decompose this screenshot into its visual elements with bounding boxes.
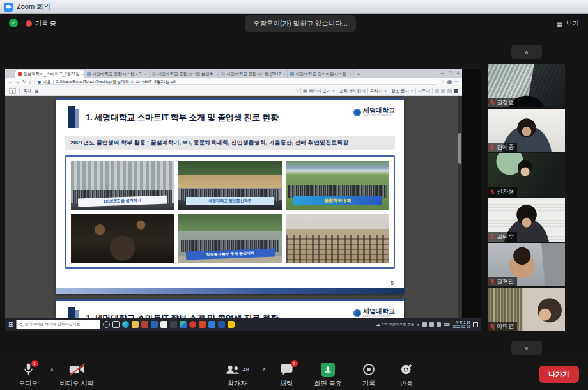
zoom-out-button[interactable]: − (291, 89, 294, 93)
video-app-icon[interactable] (208, 321, 215, 328)
security-app-icon[interactable] (141, 321, 148, 328)
pdf-scrollbar[interactable] (458, 96, 462, 318)
action-center-icon[interactable] (473, 322, 478, 327)
participant-video-3[interactable]: 신찬영 (488, 153, 565, 197)
slide-title: 1. 세명대학교 스마트IT 학부 소개 및 졸업생 진로 현황 (86, 313, 279, 318)
bookmark-label[interactable]: 다음 (43, 79, 51, 85)
share-screen-button[interactable]: 화면 공유 (309, 363, 346, 388)
recorder-app-icon[interactable] (189, 321, 196, 328)
photo-dinner-meeting (71, 214, 174, 263)
browser-maximize-button[interactable]: □ (449, 70, 452, 75)
taskbar-search-input[interactable]: 검색하려면 여기에 입력하십시오. (16, 320, 100, 329)
pdf-scrollbar-thumb[interactable] (458, 133, 461, 164)
audio-options-chevron[interactable]: ∧ (50, 366, 54, 373)
divider (415, 88, 416, 94)
pdf-page-input[interactable]: 1 (9, 88, 16, 94)
kakaotalk-icon[interactable] (228, 321, 235, 328)
chat-button[interactable]: 7 채팅 (271, 363, 302, 388)
favorite-star-icon[interactable]: ☆ (441, 79, 445, 84)
divider (389, 88, 389, 94)
view-label: 보기 (566, 19, 579, 28)
browser-minimize-button[interactable]: – (441, 70, 444, 75)
reload-icon[interactable]: ↻ (22, 79, 26, 84)
display-app-icon[interactable] (170, 321, 177, 328)
tab-label: 세명대학교 통합시스템 본인확 (157, 72, 213, 77)
participant-name-tag: 신찬영 (488, 187, 517, 197)
divider (53, 80, 54, 84)
battery-icon[interactable] (422, 322, 427, 327)
view-mode-button[interactable]: ▦ 보기 (557, 19, 579, 28)
leave-meeting-button[interactable]: 나가기 (539, 366, 579, 383)
participant-video-2[interactable]: 김예중 (488, 109, 565, 152)
pdf-draw-button[interactable]: 그리기 (370, 88, 383, 94)
pin-toolbar-icon[interactable] (454, 89, 458, 93)
pdf-contents-button[interactable]: 목차 (23, 88, 31, 94)
browser-tab-pdf[interactable]: 꿈설계학기_스마트IT_2월21일 × (15, 70, 84, 78)
pdf-search-icon[interactable] (35, 90, 38, 93)
participants-button[interactable]: 48 참가자 (216, 363, 258, 388)
profile-avatar-icon[interactable] (447, 80, 452, 84)
participant-video-5[interactable]: 권혁민 (488, 243, 565, 286)
start-video-button[interactable]: 비디오 시작 (56, 363, 97, 388)
home-icon[interactable]: ⌂ (29, 80, 31, 84)
save-icon[interactable] (441, 89, 445, 93)
zoom-in-button[interactable]: + (296, 89, 298, 93)
participants-scroll-down-button[interactable]: ∨ (511, 341, 542, 355)
task-view-icon[interactable] (112, 321, 120, 328)
reactions-button[interactable]: 반응 (391, 363, 422, 388)
keyboard-icon[interactable]: ⌨ (444, 322, 450, 327)
participants-scroll-up-button[interactable]: ∧ (511, 45, 542, 59)
remote-app-icon[interactable] (180, 321, 187, 328)
cortana-icon[interactable] (103, 321, 110, 328)
browser-tab-portal-2[interactable]: 세명대학교 통합시스템 본인확 × (150, 70, 219, 78)
pdf-read-aloud-button[interactable]: 소리내어 읽기 (339, 88, 366, 94)
more-tools-icon[interactable] (447, 89, 452, 93)
back-icon[interactable]: ← (8, 80, 13, 84)
search-placeholder: 검색하려면 여기에 입력하십시오. (24, 322, 81, 327)
participant-video-6[interactable]: 이미연 (488, 288, 565, 331)
edge-icon[interactable] (122, 321, 129, 328)
pdf-highlight-button[interactable]: 강조 표시 (391, 88, 409, 94)
participant-video-4[interactable]: 김타수 (488, 198, 565, 242)
mic-muted-icon (490, 100, 495, 105)
tab-close-icon[interactable]: × (144, 72, 147, 76)
header-bar-dark (68, 307, 75, 318)
record-button[interactable]: 기록 (354, 363, 383, 388)
security-shield-icon[interactable]: ✓ (9, 19, 18, 27)
address-bar[interactable]: 다음 C:/Users/SmartTouch/Desktop/꿈설계학기_스마트… (34, 79, 438, 85)
browser-close-button[interactable]: × (457, 70, 460, 75)
participant-video-1[interactable]: 권정호 (488, 64, 565, 107)
more-menu-icon[interactable]: ⋯ (454, 79, 459, 84)
tab-close-icon[interactable]: × (349, 72, 352, 76)
cloud-icon: ☁ (376, 322, 381, 327)
audio-button[interactable]: 1 오디오 (10, 363, 46, 388)
browser-tab-portal-3[interactable]: 세명대학교 통합시스템 (2017 × (219, 70, 288, 78)
taskbar-clock[interactable]: 오후 1:19 2022-02-21 (453, 320, 470, 329)
volume-icon[interactable] (437, 322, 441, 327)
pen-app-icon[interactable] (160, 321, 167, 328)
record-icon (363, 364, 375, 375)
office-app-icon[interactable] (151, 321, 158, 328)
print-icon[interactable] (435, 89, 439, 93)
powerpoint-icon[interactable] (199, 321, 206, 328)
network-icon[interactable] (429, 322, 434, 327)
start-button-icon[interactable]: ⊞ (8, 322, 13, 328)
tab-close-icon[interactable]: × (283, 72, 286, 76)
forward-icon[interactable]: → (15, 80, 20, 84)
pdf-erase-button[interactable]: 지우기 (418, 88, 431, 94)
record-label: 기록 (362, 379, 375, 388)
pdf-page-view-button[interactable]: 페이지 보기 (309, 88, 330, 94)
tray-chevron-icon[interactable]: ∧ (417, 322, 419, 327)
slide-subtitle: 2021년도 졸업생의 학부 활동 : 꿈설계학기, MT, 동문체육대회, 신… (65, 136, 395, 150)
participants-options-chevron[interactable]: ∧ (262, 366, 267, 373)
photo-department-group: 세명대학교 정보통신학부 (178, 161, 281, 210)
file-explorer-icon[interactable] (132, 321, 139, 328)
new-tab-button[interactable]: + (357, 72, 360, 77)
docs-app-icon[interactable] (218, 321, 225, 328)
header-bar-light (75, 310, 79, 318)
weather-widget[interactable]: ☁ 1°C 부분적으로 흐림 (376, 322, 415, 327)
browser-tab-lms[interactable]: 세명대학교 강의지원시스템 × (288, 70, 354, 78)
browser-tab-portal-1[interactable]: 세명대학교 통합시스템 - G × (84, 70, 150, 78)
recording-dot-icon (26, 20, 32, 27)
pdf-favicon (18, 72, 22, 76)
